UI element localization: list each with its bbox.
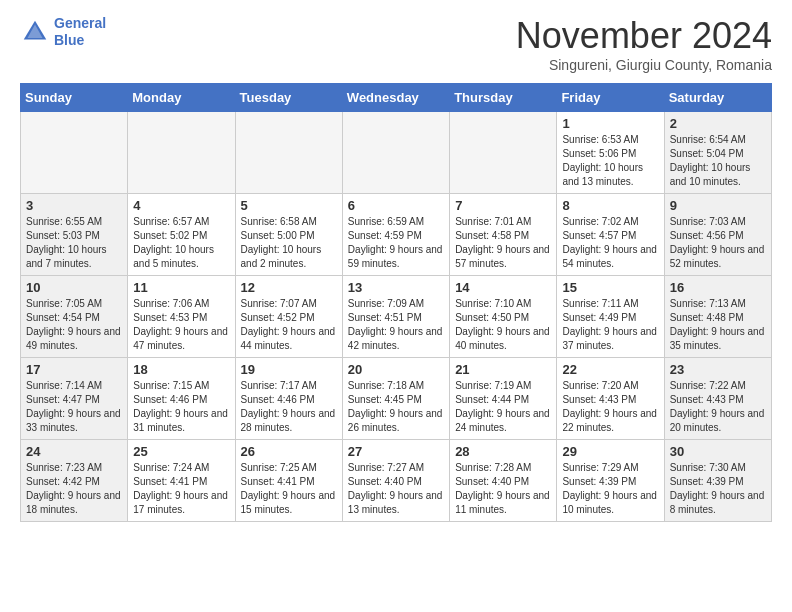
day-info-line: Sunrise: 7:23 AM [26,462,102,473]
day-info-line: Daylight: 9 hours and 54 minutes. [562,244,657,269]
day-info-line: Daylight: 9 hours and 57 minutes. [455,244,550,269]
day-info-line: Sunrise: 7:13 AM [670,298,746,309]
logo-blue: Blue [54,32,84,48]
day-info-line: Daylight: 9 hours and 42 minutes. [348,326,443,351]
table-row: 26Sunrise: 7:25 AMSunset: 4:41 PMDayligh… [235,440,342,522]
table-row: 30Sunrise: 7:30 AMSunset: 4:39 PMDayligh… [664,440,771,522]
day-info-line: Sunset: 4:49 PM [562,312,636,323]
header-thursday: Thursday [450,84,557,112]
day-info: Sunrise: 7:01 AMSunset: 4:58 PMDaylight:… [455,215,551,271]
calendar-week-row: 1Sunrise: 6:53 AMSunset: 5:06 PMDaylight… [21,112,772,194]
day-number: 8 [562,198,658,213]
day-number: 30 [670,444,766,459]
day-info: Sunrise: 7:30 AMSunset: 4:39 PMDaylight:… [670,461,766,517]
day-info-line: Sunrise: 7:19 AM [455,380,531,391]
day-info-line: Daylight: 10 hours and 7 minutes. [26,244,107,269]
table-row: 24Sunrise: 7:23 AMSunset: 4:42 PMDayligh… [21,440,128,522]
day-info-line: Daylight: 9 hours and 8 minutes. [670,490,765,515]
day-info-line: Sunset: 4:45 PM [348,394,422,405]
calendar-week-row: 17Sunrise: 7:14 AMSunset: 4:47 PMDayligh… [21,358,772,440]
table-row: 5Sunrise: 6:58 AMSunset: 5:00 PMDaylight… [235,194,342,276]
table-row: 10Sunrise: 7:05 AMSunset: 4:54 PMDayligh… [21,276,128,358]
day-info-line: Sunset: 4:58 PM [455,230,529,241]
day-info: Sunrise: 7:03 AMSunset: 4:56 PMDaylight:… [670,215,766,271]
day-number: 22 [562,362,658,377]
table-row: 7Sunrise: 7:01 AMSunset: 4:58 PMDaylight… [450,194,557,276]
day-info-line: Sunrise: 7:14 AM [26,380,102,391]
table-row: 14Sunrise: 7:10 AMSunset: 4:50 PMDayligh… [450,276,557,358]
day-info-line: Sunrise: 7:02 AM [562,216,638,227]
day-number: 25 [133,444,229,459]
day-info-line: Daylight: 9 hours and 35 minutes. [670,326,765,351]
day-info-line: Sunset: 4:46 PM [133,394,207,405]
day-info-line: Sunset: 5:06 PM [562,148,636,159]
table-row: 11Sunrise: 7:06 AMSunset: 4:53 PMDayligh… [128,276,235,358]
day-info-line: Daylight: 10 hours and 2 minutes. [241,244,322,269]
day-info: Sunrise: 6:54 AMSunset: 5:04 PMDaylight:… [670,133,766,189]
day-info-line: Sunset: 4:42 PM [26,476,100,487]
day-number: 27 [348,444,444,459]
day-info-line: Sunset: 4:47 PM [26,394,100,405]
logo-icon [20,17,50,47]
day-info-line: Daylight: 9 hours and 59 minutes. [348,244,443,269]
day-info-line: Daylight: 9 hours and 47 minutes. [133,326,228,351]
day-number: 5 [241,198,337,213]
day-info-line: Sunset: 4:39 PM [670,476,744,487]
day-info-line: Daylight: 9 hours and 28 minutes. [241,408,336,433]
day-info: Sunrise: 7:29 AMSunset: 4:39 PMDaylight:… [562,461,658,517]
day-info-line: Daylight: 9 hours and 40 minutes. [455,326,550,351]
table-row: 23Sunrise: 7:22 AMSunset: 4:43 PMDayligh… [664,358,771,440]
day-number: 15 [562,280,658,295]
table-row: 15Sunrise: 7:11 AMSunset: 4:49 PMDayligh… [557,276,664,358]
day-info-line: Daylight: 9 hours and 24 minutes. [455,408,550,433]
day-info: Sunrise: 7:17 AMSunset: 4:46 PMDaylight:… [241,379,337,435]
day-info-line: Sunset: 5:04 PM [670,148,744,159]
day-info: Sunrise: 7:28 AMSunset: 4:40 PMDaylight:… [455,461,551,517]
day-info-line: Sunset: 4:43 PM [562,394,636,405]
day-info: Sunrise: 7:27 AMSunset: 4:40 PMDaylight:… [348,461,444,517]
day-number: 16 [670,280,766,295]
day-info: Sunrise: 7:24 AMSunset: 4:41 PMDaylight:… [133,461,229,517]
table-row: 13Sunrise: 7:09 AMSunset: 4:51 PMDayligh… [342,276,449,358]
day-info-line: Sunset: 4:48 PM [670,312,744,323]
day-info: Sunrise: 7:20 AMSunset: 4:43 PMDaylight:… [562,379,658,435]
table-row: 2Sunrise: 6:54 AMSunset: 5:04 PMDaylight… [664,112,771,194]
calendar-week-row: 10Sunrise: 7:05 AMSunset: 4:54 PMDayligh… [21,276,772,358]
day-info-line: Sunset: 4:59 PM [348,230,422,241]
day-info: Sunrise: 7:22 AMSunset: 4:43 PMDaylight:… [670,379,766,435]
table-row: 18Sunrise: 7:15 AMSunset: 4:46 PMDayligh… [128,358,235,440]
page: General Blue November 2024 Singureni, Gi… [0,0,792,537]
table-row: 28Sunrise: 7:28 AMSunset: 4:40 PMDayligh… [450,440,557,522]
day-number: 7 [455,198,551,213]
day-info-line: Sunrise: 7:06 AM [133,298,209,309]
day-info-line: Sunrise: 7:29 AM [562,462,638,473]
day-info-line: Sunrise: 7:20 AM [562,380,638,391]
table-row: 3Sunrise: 6:55 AMSunset: 5:03 PMDaylight… [21,194,128,276]
day-info-line: Daylight: 9 hours and 15 minutes. [241,490,336,515]
day-number: 17 [26,362,122,377]
day-info: Sunrise: 7:19 AMSunset: 4:44 PMDaylight:… [455,379,551,435]
day-info-line: Sunrise: 7:07 AM [241,298,317,309]
day-info-line: Sunset: 4:44 PM [455,394,529,405]
day-info: Sunrise: 7:11 AMSunset: 4:49 PMDaylight:… [562,297,658,353]
table-row: 20Sunrise: 7:18 AMSunset: 4:45 PMDayligh… [342,358,449,440]
day-info-line: Daylight: 9 hours and 13 minutes. [348,490,443,515]
day-info: Sunrise: 7:14 AMSunset: 4:47 PMDaylight:… [26,379,122,435]
table-row: 29Sunrise: 7:29 AMSunset: 4:39 PMDayligh… [557,440,664,522]
location: Singureni, Giurgiu County, Romania [516,57,772,73]
day-info-line: Sunrise: 7:27 AM [348,462,424,473]
day-info-line: Sunset: 4:41 PM [133,476,207,487]
day-info-line: Daylight: 9 hours and 37 minutes. [562,326,657,351]
day-info-line: Sunset: 4:51 PM [348,312,422,323]
day-number: 13 [348,280,444,295]
day-number: 10 [26,280,122,295]
day-info-line: Sunset: 4:40 PM [348,476,422,487]
day-info: Sunrise: 7:13 AMSunset: 4:48 PMDaylight:… [670,297,766,353]
day-info-line: Sunset: 4:53 PM [133,312,207,323]
day-info: Sunrise: 7:18 AMSunset: 4:45 PMDaylight:… [348,379,444,435]
day-number: 23 [670,362,766,377]
table-row [21,112,128,194]
day-info-line: Daylight: 9 hours and 31 minutes. [133,408,228,433]
day-info-line: Sunset: 4:57 PM [562,230,636,241]
day-info-line: Sunrise: 7:25 AM [241,462,317,473]
